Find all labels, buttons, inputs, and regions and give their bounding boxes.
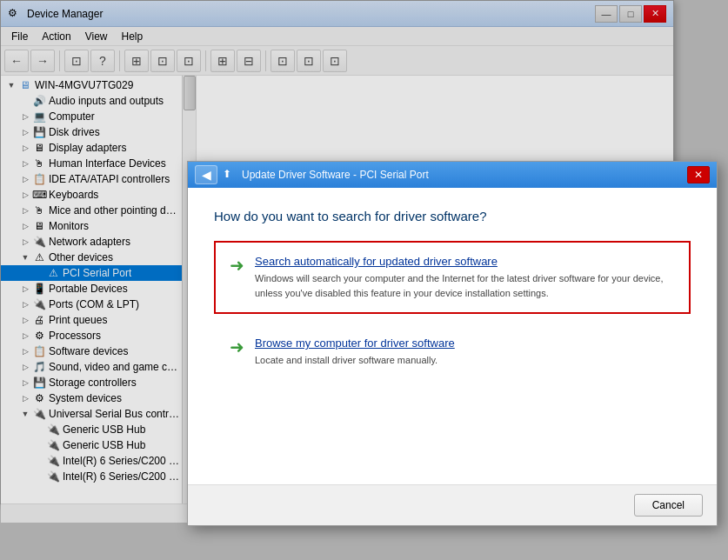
update-driver-dialog: ◀ ⬆ Update Driver Software - PCI Serial … xyxy=(187,161,718,526)
option1-arrow-icon: ➜ xyxy=(230,257,244,274)
option2-arrow-icon: ➜ xyxy=(230,338,244,356)
dialog-question: How do you want to search for driver sof… xyxy=(214,209,691,223)
option-auto-search[interactable]: ➜ Search automatically for updated drive… xyxy=(214,241,691,314)
dialog-footer: Cancel xyxy=(188,484,717,525)
option2-title: Browse my computer for driver software xyxy=(255,337,675,350)
option2-text-area: Browse my computer for driver software L… xyxy=(255,337,675,368)
dialog-title-text: Update Driver Software - PCI Serial Port xyxy=(242,169,429,181)
option1-title: Search automatically for updated driver … xyxy=(255,255,675,268)
dialog-close-button[interactable]: ✕ xyxy=(687,166,710,183)
option2-description: Locate and install driver software manua… xyxy=(255,353,675,368)
dialog-overlay: ◀ ⬆ Update Driver Software - PCI Serial … xyxy=(0,0,728,560)
dialog-content: How do you want to search for driver sof… xyxy=(188,188,717,484)
dialog-title-icon: ⬆ xyxy=(223,168,237,182)
cancel-button[interactable]: Cancel xyxy=(634,494,703,517)
dialog-title-left: ◀ ⬆ Update Driver Software - PCI Serial … xyxy=(195,165,429,184)
option-browse[interactable]: ➜ Browse my computer for driver software… xyxy=(214,328,691,377)
option1-text-area: Search automatically for updated driver … xyxy=(255,255,675,300)
option1-description: Windows will search your computer and th… xyxy=(255,271,675,300)
dialog-title-bar: ◀ ⬆ Update Driver Software - PCI Serial … xyxy=(188,162,717,188)
dialog-back-button[interactable]: ◀ xyxy=(195,165,217,184)
